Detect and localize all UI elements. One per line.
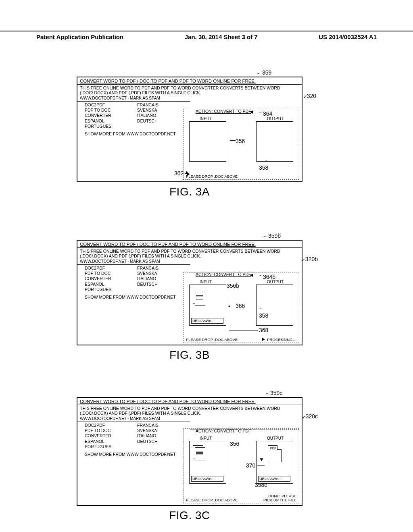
ref-320c: ↙320c [302, 413, 318, 420]
figure-3b: ⌒359b CONVERT WORD TO PDF / DOC TO PDF A… [77, 240, 302, 362]
ref-366: 366 [236, 303, 245, 309]
action-panel-a: ACTION: CONVERT TO PDF INPUT OUTPUT PLEA… [183, 109, 299, 180]
sublink[interactable]: DOC2PDF [85, 266, 137, 271]
status-processing: PROCESSING… [267, 338, 296, 342]
sublink[interactable]: FRANCAIS [137, 266, 190, 271]
ref-362: 362 [174, 170, 184, 177]
input-dropzone[interactable]: URLsAsWe… [189, 441, 226, 484]
sublink[interactable]: SVENSKA [137, 271, 190, 276]
pdf-icon: PDF [268, 445, 282, 462]
sublink[interactable]: FRANCAIS [137, 102, 190, 108]
action-title[interactable]: ACTION: CONVERT TO PDF [196, 272, 251, 277]
input-filename: URLsAsWe… [191, 476, 223, 482]
ref-364: ⌒364 [263, 110, 272, 117]
result-source: WWW.DOCTOOPDF.NET · MARK AS SPAM [77, 258, 302, 264]
action-panel-c: ACTION: CONVERT TO PDF INPUT OUTPUT URLs… [183, 428, 299, 503]
result-description: THIS FREE ONLINE WORD TO PDF AND PDF TO … [77, 85, 302, 95]
ref-368: 368 [259, 327, 268, 333]
output-zone [256, 285, 293, 326]
sublink[interactable]: ESPANOL [85, 282, 137, 287]
figure-caption-3c: FIG. 3C [77, 509, 302, 522]
figure-caption-3b: FIG. 3B [77, 349, 302, 362]
input-filename: URLsAsWe… [191, 318, 223, 324]
search-result-box-b: CONVERT WORD TO PDF / DOC TO PDF AND PDF… [77, 240, 302, 345]
sublink[interactable]: DEUTSCH [137, 282, 190, 287]
sublink[interactable]: ITALIANO [137, 113, 190, 118]
ref-359c: ⌒359c [270, 390, 282, 396]
ref-358c: 358c [255, 482, 267, 488]
result-title-link[interactable]: CONVERT WORD TO PDF / DOC TO PDF AND PDF… [77, 77, 302, 84]
input-dropzone[interactable]: URLsAsWe… [189, 285, 226, 326]
input-dropzone[interactable] [189, 121, 226, 162]
document-icon [193, 445, 207, 463]
figure-3c: ⌒359c CONVERT WORD TO PDF / DOC TO PDF A… [77, 397, 302, 522]
ref-359b: ⌒359b [268, 233, 281, 239]
input-label: INPUT [200, 280, 212, 284]
ref-364b: ⌒364b [263, 274, 275, 280]
result-title-link[interactable]: CONVERT WORD TO PDF / DOC TO PDF AND PDF… [77, 241, 302, 247]
output-zone [256, 121, 293, 162]
pdf-label: PDF [270, 447, 276, 450]
result-source: WWW.DOCTOOPDF.NET · MARK AS SPAM [77, 416, 302, 422]
sublink[interactable]: PDF TO DOC CONVERTER [85, 428, 137, 438]
sublink[interactable]: FRANCAIS [137, 423, 190, 428]
sublink[interactable]: PORTUGUES [85, 124, 137, 129]
page-header: Patent Application Publication Jan. 30, … [0, 31, 413, 40]
input-label: INPUT [200, 436, 212, 441]
sublink[interactable]: DEUTSCH [137, 439, 190, 444]
result-title-link[interactable]: CONVERT WORD TO PDF / DOC TO PDF AND PDF… [77, 398, 302, 405]
input-label: INPUT [200, 116, 212, 121]
figure-3a: ⌒359 CONVERT WORD TO PDF / DOC TO PDF AN… [77, 77, 302, 198]
output-label: OUTPUT [267, 436, 284, 441]
ref-356b: 356b [227, 283, 239, 289]
header-left: Patent Application Publication [36, 33, 123, 40]
sublink[interactable]: PDF TO DOC CONVERTER [85, 271, 137, 281]
sublink[interactable]: ESPANOL [85, 118, 137, 124]
header-right: US 2014/0032524 A1 [319, 33, 377, 40]
ref-356: 356 [230, 441, 239, 447]
ref-356: 356 [236, 138, 245, 144]
sublink[interactable]: PORTUGUES [85, 444, 137, 449]
output-label: OUTPUT [267, 280, 284, 284]
sublink[interactable]: ESPANOL [85, 439, 137, 444]
drop-message: PLEASE DROP .DOC ABOVE [186, 174, 238, 179]
sublink[interactable]: PDF TO DOC CONVERTER [85, 108, 137, 118]
ref-320b: ↙320b [302, 256, 318, 262]
sublink[interactable]: ITALIANO [137, 433, 190, 438]
figure-caption-3a: FIG. 3A [77, 185, 302, 198]
sublink[interactable]: SVENSKA [137, 428, 190, 433]
sublink[interactable]: SVENSKA [137, 108, 190, 113]
ref-320: ↙320 [303, 93, 316, 99]
drop-message: PLEASE DROP .DOC ABOVE [186, 337, 238, 342]
output-label: OUTPUT [267, 116, 284, 121]
result-description: THIS FREE ONLINE WORD TO PDF AND PDF TO … [77, 248, 302, 258]
sublink[interactable]: DEUTSCH [137, 118, 190, 124]
ref-359: ⌒359 [262, 69, 271, 76]
result-description: THIS FREE ONLINE WORD TO PDF AND PDF TO … [77, 405, 302, 416]
sublink[interactable]: DOC2PDF [85, 423, 137, 428]
search-result-box-c: CONVERT WORD TO PDF / DOC TO PDF AND PDF… [77, 397, 302, 506]
header-center: Jan. 30, 2014 Sheet 3 of 7 [185, 33, 258, 40]
result-source: WWW.DOCTOOPDF.NET · MARK AS SPAM [77, 95, 302, 101]
sublink[interactable]: ITALIANO [137, 276, 190, 281]
ref-370: 370 [246, 462, 255, 469]
status-done: DONE! PLEASE PICK UP THE FILE [263, 494, 296, 502]
action-title[interactable]: ACTION: CONVERT TO PDF [196, 109, 251, 114]
sublink[interactable]: DOC2PDF [85, 102, 137, 108]
document-icon [193, 290, 207, 308]
drop-message: PLEASE DROP .DOC ABOVE [186, 498, 238, 502]
search-result-box-a: CONVERT WORD TO PDF / DOC TO PDF AND PDF… [77, 77, 302, 182]
sublink[interactable]: PORTUGUES [85, 287, 137, 292]
